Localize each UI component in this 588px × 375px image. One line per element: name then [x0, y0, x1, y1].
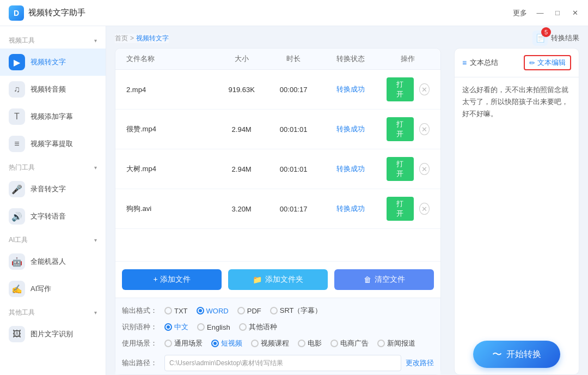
text-to-speech-icon: 🔊: [9, 208, 25, 225]
cell-size-1: 2.94M: [216, 118, 268, 141]
minimize-button[interactable]: —: [536, 9, 544, 17]
convert-results-button[interactable]: 📄 5 转换结果: [532, 31, 579, 46]
close-button[interactable]: ✕: [571, 9, 579, 17]
radio-dot-zh: [164, 323, 172, 331]
sidebar: 视频工具 ▾ ▶ 视频转文字 ♫ 视频转音频 T 视频添加字幕 ≡ 视频字幕提取…: [0, 26, 106, 375]
cell-ops-1: 打开 ✕: [382, 110, 434, 149]
cell-status-2: 转换成功: [320, 156, 382, 182]
sidebar-label-video-to-text: 视频转文字: [30, 57, 66, 67]
wave-icon: 〜: [492, 348, 502, 361]
table-body: 2.mp4 919.63K 00:00:17 转换成功 打开 ✕ 很赞.mp4 …: [115, 70, 440, 261]
radio-dot-ecom: [330, 340, 338, 347]
sidebar-item-video-to-audio[interactable]: ♫ 视频转音频: [0, 76, 106, 103]
lang-zh[interactable]: 中文: [164, 322, 188, 332]
sidebar-label-ai-writing: AI写作: [30, 284, 51, 294]
app-title: 视频转文字助手: [28, 8, 85, 18]
format-txt[interactable]: TXT: [164, 307, 188, 315]
format-word[interactable]: WORD: [197, 307, 229, 315]
video-to-audio-icon: ♫: [9, 81, 25, 98]
title-left: D 视频转文字助手: [9, 5, 85, 21]
radio-dot-short: [211, 340, 219, 347]
col-header-status: 转换状态: [320, 49, 382, 69]
sidebar-item-ai-writing[interactable]: ✍ AI写作: [0, 275, 106, 303]
scene-news[interactable]: 新闻报道: [377, 338, 415, 348]
sidebar-item-extract-subtitle[interactable]: ≡ 视频字幕提取: [0, 130, 106, 158]
language-group: 中文 English 其他语种: [164, 322, 277, 332]
cell-ops-0: 打开 ✕: [382, 70, 434, 109]
sidebar-item-image-ocr[interactable]: 🖼 图片文字识别: [0, 320, 106, 348]
right-panel-title: ≡ 文本总结: [462, 58, 498, 68]
remove-button-3[interactable]: ✕: [419, 203, 430, 215]
content-area: 首页 > 视频转文字 📄 5 转换结果 文件名称 大小 时长: [106, 26, 588, 375]
lang-en[interactable]: English: [197, 323, 230, 331]
start-btn-area: 〜 开始转换: [455, 334, 579, 374]
open-button-3[interactable]: 打开: [387, 197, 414, 221]
breadcrumb: 首页 > 视频转文字: [115, 34, 169, 43]
open-button-0[interactable]: 打开: [387, 77, 414, 101]
sidebar-item-ai-robot[interactable]: 🤖 全能机器人: [0, 248, 106, 275]
add-folder-button[interactable]: 📁 添加文件夹: [228, 269, 328, 290]
chevron-down-icon-4: ▾: [94, 310, 97, 316]
cell-duration-0: 00:00:17: [267, 78, 320, 101]
table-header: 文件名称 大小 时长 转换状态 操作: [115, 49, 440, 70]
folder-icon: 📁: [253, 275, 262, 284]
language-label: 识别语种：: [122, 322, 160, 332]
app-logo: D: [9, 5, 24, 21]
ai-robot-icon: 🤖: [9, 253, 25, 270]
radio-dot-news: [377, 340, 385, 347]
more-menu[interactable]: 更多: [513, 8, 527, 18]
cell-name-1: 很赞.mp4: [122, 117, 216, 142]
convert-results-badge: 5: [541, 27, 551, 37]
scene-short[interactable]: 短视频: [211, 338, 242, 348]
table-row: 很赞.mp4 2.94M 00:01:01 转换成功 打开 ✕: [115, 110, 440, 149]
open-button-1[interactable]: 打开: [387, 117, 414, 141]
format-srt[interactable]: SRT（字幕）: [270, 306, 322, 316]
text-edit-button[interactable]: ✏ 文本编辑: [524, 55, 571, 70]
radio-dot-movie: [298, 340, 305, 347]
format-pdf-label: PDF: [247, 307, 261, 315]
format-pdf[interactable]: PDF: [237, 307, 261, 315]
scene-general[interactable]: 通用场景: [164, 338, 203, 348]
scene-general-label: 通用场景: [174, 338, 203, 348]
lang-other-label: 其他语种: [249, 322, 277, 332]
maximize-button[interactable]: □: [553, 9, 562, 17]
sidebar-item-text-to-speech[interactable]: 🔊 文字转语音: [0, 203, 106, 230]
scene-course[interactable]: 视频课程: [251, 338, 289, 348]
settings-panel: 输出格式： TXT WORD: [115, 298, 440, 374]
sidebar-item-add-subtitle[interactable]: T 视频添加字幕: [0, 103, 106, 130]
convert-results-label: 转换结果: [551, 33, 579, 43]
sidebar-section-other-tools: 其他工具 ▾: [0, 303, 106, 320]
remove-button-2[interactable]: ✕: [419, 163, 430, 175]
audio-to-text-icon: 🎤: [9, 181, 25, 197]
video-to-text-icon: ▶: [9, 54, 25, 70]
right-panel-header: ≡ 文本总结 ✏ 文本编辑: [455, 49, 579, 77]
sidebar-label-video-to-audio: 视频转音频: [30, 84, 66, 94]
remove-button-0[interactable]: ✕: [419, 83, 430, 95]
ai-writing-icon: ✍: [9, 281, 25, 297]
add-file-button[interactable]: + 添加文件: [122, 269, 222, 290]
lang-other[interactable]: 其他语种: [239, 322, 277, 332]
sidebar-item-audio-to-text[interactable]: 🎤 录音转文字: [0, 176, 106, 203]
sidebar-section-video-tools: 视频工具 ▾: [0, 31, 106, 49]
table-row: 2.mp4 919.63K 00:00:17 转换成功 打开 ✕: [115, 70, 440, 110]
output-path-label: 输出路径：: [122, 358, 160, 368]
open-button-2[interactable]: 打开: [387, 157, 414, 181]
output-path-input[interactable]: [164, 355, 401, 371]
sidebar-item-video-to-text[interactable]: ▶ 视频转文字: [0, 49, 106, 76]
radio-dot-course: [251, 340, 259, 347]
clear-button[interactable]: 🗑 清空文件: [334, 269, 434, 290]
scene-ecom[interactable]: 电商广告: [330, 338, 369, 348]
summary-icon: ≡: [462, 58, 467, 67]
start-convert-button[interactable]: 〜 开始转换: [473, 341, 560, 368]
cell-size-3: 3.20M: [216, 197, 268, 221]
output-format-group: TXT WORD PDF: [164, 306, 322, 316]
col-header-duration: 时长: [267, 49, 320, 69]
cell-name-3: 狗狗.avi: [122, 196, 216, 221]
scene-row: 使用场景： 通用场景 短视频: [122, 335, 434, 352]
change-path-button[interactable]: 更改路径: [406, 358, 434, 368]
sidebar-section-hot-tools: 热门工具 ▾: [0, 158, 106, 176]
title-right: 更多 — □ ✕: [513, 8, 579, 18]
scene-movie[interactable]: 电影: [298, 338, 322, 348]
sidebar-label-text-to-speech: 文字转语音: [30, 211, 66, 221]
remove-button-1[interactable]: ✕: [419, 123, 430, 135]
